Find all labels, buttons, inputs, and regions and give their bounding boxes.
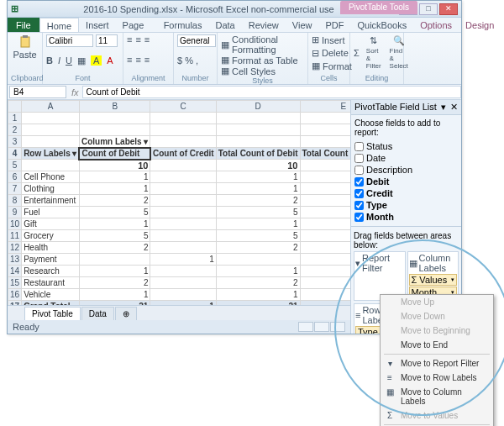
pane-dropdown-icon[interactable]: ▾ <box>441 102 446 113</box>
view-normal-button[interactable] <box>298 322 313 332</box>
maximize-button[interactable]: □ <box>419 3 438 15</box>
align-right-icon[interactable]: ≡ <box>144 55 150 65</box>
ribbon: Paste Clipboard B I U ▦ A A Font ≡ ≡ <box>8 33 461 85</box>
ribbon-tabs: File Home Insert Page Layout Formulas Da… <box>8 18 461 33</box>
field-credit[interactable]: Credit <box>354 187 458 199</box>
insert-icon: ⊞ <box>312 34 319 45</box>
tab-page-layout[interactable]: Page Layout <box>116 18 157 32</box>
menu-move-to-values: ΣMove to Values <box>381 408 493 423</box>
italic-button[interactable]: I <box>58 55 60 66</box>
col-header[interactable]: A <box>22 101 80 113</box>
tab-pdf[interactable]: PDF <box>318 18 350 32</box>
col-header[interactable]: D <box>216 101 300 113</box>
pill-sigma-values[interactable]: Σ Values▾ <box>409 274 458 286</box>
align-bot-icon[interactable]: ≡ <box>144 34 150 45</box>
align-center-icon[interactable]: ≡ <box>135 55 140 65</box>
tab-formulas[interactable]: Formulas <box>157 18 209 32</box>
find-select-button[interactable]: 🔍 Find & Select <box>388 34 410 71</box>
col-header[interactable]: B <box>79 101 150 113</box>
menu-move-to-row-labels[interactable]: ≡Move to Row Labels <box>381 371 493 385</box>
drag-fields-label: Drag fields between areas below: <box>354 231 459 250</box>
fill-color-button[interactable]: A <box>91 55 102 66</box>
rows-icon: ≡ <box>355 310 360 320</box>
menu-move-down: Move Down <box>381 309 493 323</box>
font-color-button[interactable]: A <box>107 55 113 66</box>
cond-format-icon: ▦ <box>221 39 229 50</box>
autosum-icon[interactable]: Σ <box>354 48 360 58</box>
field-checkbox[interactable] <box>354 213 364 222</box>
svg-rect-0 <box>21 37 29 47</box>
menu-move-to-report-filter[interactable]: ▾Move to Report Filter <box>381 356 493 371</box>
border-button[interactable]: ▦ <box>77 55 86 66</box>
menu-icon: ▾ <box>384 359 396 368</box>
bold-button[interactable]: B <box>46 55 53 66</box>
number-format-input[interactable] <box>177 34 216 47</box>
field-description[interactable]: Description <box>354 164 458 176</box>
sheet-tab-pivot[interactable]: Pivot Table <box>24 307 81 320</box>
tab-data[interactable]: Data <box>208 18 241 32</box>
font-size-input[interactable] <box>96 34 118 47</box>
field-checkbox[interactable] <box>354 142 364 151</box>
tab-quickbooks[interactable]: QuickBooks <box>350 18 413 32</box>
sheet-tab-new[interactable]: ⊕ <box>115 307 137 320</box>
group-number: Number <box>177 74 213 82</box>
view-break-button[interactable] <box>330 322 345 332</box>
align-top-icon[interactable]: ≡ <box>127 34 132 45</box>
menu-icon: ▦ <box>384 387 396 397</box>
menu-move-up: Move Up <box>381 295 493 309</box>
field-debit[interactable]: Debit <box>354 176 458 187</box>
field-date[interactable]: Date <box>354 152 458 164</box>
tab-view[interactable]: View <box>286 18 319 32</box>
align-left-icon[interactable]: ≡ <box>127 55 132 65</box>
col-header[interactable]: C <box>150 101 216 113</box>
paste-label: Paste <box>13 50 36 60</box>
close-button[interactable]: ✕ <box>439 3 458 15</box>
group-alignment: Alignment <box>127 74 170 82</box>
sheet-tab-data[interactable]: Data <box>81 307 114 320</box>
pane-close-icon[interactable]: ✕ <box>450 102 458 113</box>
find-icon: 🔍 <box>393 35 405 46</box>
align-mid-icon[interactable]: ≡ <box>135 34 140 45</box>
view-layout-button[interactable] <box>314 322 329 332</box>
format-icon: ▦ <box>312 60 320 71</box>
field-type[interactable]: Type <box>354 199 458 211</box>
excel-icon: ⊞ <box>11 3 18 14</box>
field-month[interactable]: Month <box>354 211 458 223</box>
choose-fields-label: Choose fields to add to report: <box>354 118 458 137</box>
menu-move-to-column-labels[interactable]: ▦Move to Column Labels <box>381 385 493 408</box>
field-checkbox[interactable] <box>354 177 364 187</box>
formula-bar[interactable] <box>82 86 461 98</box>
tab-home[interactable]: Home <box>39 18 79 32</box>
insert-cells-button[interactable]: ⊞Insert <box>312 34 346 45</box>
field-checkbox[interactable] <box>354 201 364 210</box>
underline-button[interactable]: U <box>66 55 72 66</box>
field-checkbox[interactable] <box>354 154 364 163</box>
format-table-button[interactable]: ▦Format as Table <box>221 55 304 66</box>
status-text: Ready <box>13 322 39 332</box>
tab-options[interactable]: Options <box>413 18 459 32</box>
percent-icon[interactable]: % <box>185 55 193 66</box>
field-checkbox[interactable] <box>354 189 364 198</box>
sort-filter-button[interactable]: ⇅ Sort & Filter <box>365 34 383 71</box>
cond-format-button[interactable]: ▦Conditional Formatting <box>221 34 304 55</box>
paste-button[interactable]: Paste <box>11 34 39 60</box>
svg-rect-1 <box>23 35 28 38</box>
menu-move-to-end[interactable]: Move to End <box>381 338 493 352</box>
spreadsheet-grid[interactable]: ABCDEF123Column Labels ▾4Row Labels ▾Cou… <box>8 100 350 305</box>
currency-icon[interactable]: $ <box>177 55 182 66</box>
format-cells-button[interactable]: ▦Format <box>312 60 346 71</box>
cell-styles-button[interactable]: ▦Cell Styles <box>221 66 304 76</box>
name-box[interactable] <box>9 86 66 98</box>
tab-design[interactable]: Design <box>459 18 501 32</box>
delete-cells-button[interactable]: ⊟Delete <box>312 48 346 59</box>
fx-icon[interactable]: fx <box>71 87 79 97</box>
comma-icon[interactable]: , <box>196 55 198 66</box>
group-cells: Cells <box>312 74 346 82</box>
field-checkbox[interactable] <box>354 166 364 175</box>
field-status[interactable]: Status <box>354 140 458 152</box>
tab-insert[interactable]: Insert <box>79 18 116 32</box>
font-name-input[interactable] <box>46 34 93 47</box>
file-tab[interactable]: File <box>8 18 39 32</box>
tab-review[interactable]: Review <box>242 18 286 32</box>
col-header[interactable]: E <box>300 101 350 113</box>
